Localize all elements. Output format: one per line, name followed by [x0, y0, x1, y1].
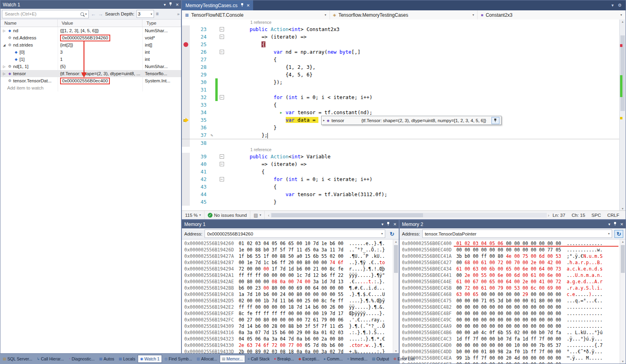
scroll-up-icon[interactable]: ▲	[620, 20, 626, 23]
memory1-hexdump[interactable]: 0x000002556B19426001 02 03 04 05 06 65 0…	[182, 239, 393, 353]
breakpoint-margin[interactable]	[182, 191, 190, 198]
window-menu-chevron-icon[interactable]: ▾	[164, 2, 166, 7]
collapse-icon[interactable]: –	[220, 35, 224, 39]
memory-row[interactable]: 0x000002556B0EC42700 68 00 61 00 72 00 7…	[402, 259, 620, 266]
watch-row[interactable]: ◆[1]1int	[0, 56, 181, 63]
memory-row[interactable]: 0x000002556B1943302e 63 74 6f 72 00 77 0…	[184, 342, 393, 348]
scroll-down-icon[interactable]: ▼	[620, 360, 626, 363]
expander-icon[interactable]: ▷	[2, 72, 6, 76]
spaces-indicator[interactable]: SPC	[591, 213, 601, 218]
editor-scrollbar[interactable]: ▲ ▼	[619, 19, 626, 211]
memory-row[interactable]: 0x000002556B19426D1e 00 88 b0 3f 5f 7f 1…	[184, 247, 393, 253]
formatting-control[interactable]: ▨ ▾	[250, 211, 265, 219]
bottom-tab-sql-server[interactable]: ▤SQL Server...	[1, 355, 34, 362]
bottom-tab-diagnostic[interactable]: ◔Diagnostic...	[66, 355, 96, 362]
back-arrow-icon[interactable]: ←	[91, 11, 96, 17]
collapse-icon[interactable]: –	[220, 162, 224, 166]
code-line[interactable]: 44 var tensor = tf.Variable(3112.0f);	[182, 191, 620, 198]
breakpoint-margin[interactable]	[182, 198, 190, 206]
search-input[interactable]	[4, 11, 79, 17]
bottom-tab-excepti[interactable]: ◆Excepti...	[296, 355, 322, 362]
refresh-icon[interactable]: ↻	[388, 230, 396, 238]
memory-row[interactable]: 0x000002556B0EC48200 00 00 00 00 00 00 0…	[402, 304, 620, 310]
bottom-tab-locals[interactable]: ▦Locals	[117, 355, 137, 362]
watch-row[interactable]: ▷◆nd{[[1, 2, 3], [4, 5, 6]]}NumShar...	[0, 27, 181, 34]
code-line[interactable]: 23– public Action<int> Constant2x3	[182, 25, 620, 33]
codelens-reference[interactable]: 1 reference	[182, 19, 620, 25]
scroll-right-icon[interactable]: ›	[548, 213, 550, 218]
horizontal-scrollbar[interactable]: ‹ ›	[268, 213, 549, 218]
breakpoint-margin[interactable]	[182, 93, 190, 101]
memory-row[interactable]: 0x000002556B0EC4DDb0 00 00 01 80 98 2a f…	[402, 348, 620, 355]
breakpoint-margin[interactable]	[182, 71, 190, 78]
search-depth-combo[interactable]: 3 ▾	[137, 10, 154, 18]
bottom-tab-allocat[interactable]: ▥Allocat...	[195, 355, 219, 362]
code-line[interactable]: 34 ▸ var tensor = tf.constant(nd);	[182, 109, 620, 116]
memory-row[interactable]: 0x000002556B19429472 00 00 00 1f 7d 1d b…	[184, 266, 393, 272]
breakpoint-margin[interactable]	[182, 48, 190, 56]
issues-indicator[interactable]: No issues found	[205, 211, 250, 219]
scrollbar-thumb[interactable]	[394, 245, 398, 273]
memory-row[interactable]: 0x000002556B0EC4B600 00 a0 4c 0f 6b 55 0…	[402, 329, 620, 336]
memory-row[interactable]: 0x000002556B19426001 02 03 04 05 06 65 0…	[184, 240, 393, 247]
breakpoint-icon[interactable]	[183, 42, 188, 47]
bottom-tab-call-hierar[interactable]: ↳Call Hierar...	[35, 355, 66, 362]
document-tab[interactable]: MemoryTestingCases.cs ×	[182, 0, 253, 10]
scroll-up-icon[interactable]: ▲	[620, 240, 626, 243]
column-header-value[interactable]: Value	[58, 19, 142, 27]
memory-row[interactable]: 0x000002556B0EC41A3b b0 00 ff 00 80 4e 0…	[402, 253, 620, 259]
memory-row[interactable]: 0x000002556B0EC46863 00 65 00 00 00 00 0…	[402, 291, 620, 298]
nav-combo-constant2x3[interactable]: ■Constant2x3▾	[478, 10, 626, 19]
code-line[interactable]: 33 {	[182, 101, 620, 109]
pin-icon[interactable]	[386, 222, 390, 227]
close-icon[interactable]: ×	[620, 222, 623, 227]
line-ending-indicator[interactable]: CRLF	[607, 213, 619, 218]
memory2-hexdump[interactable]: 0x000002556B0EC40001 02 03 04 05 06 00 0…	[400, 239, 620, 364]
code-line[interactable]: 43 {	[182, 183, 620, 191]
memory-row[interactable]: 0x000002556B0EC4D000 00 00 00 00 00 00 1…	[402, 342, 620, 348]
breakpoint-margin[interactable]	[182, 101, 190, 109]
memory-row[interactable]: 0x000002556B0EC44E61 00 67 00 65 00 64 0…	[402, 278, 620, 285]
search-dropdown-icon[interactable]: ▾	[85, 12, 87, 16]
code-line[interactable]: 45 }	[182, 198, 620, 206]
code-line[interactable]: 25 {	[182, 41, 620, 48]
bottom-tab-call-stack[interactable]: ≡Call Stack	[246, 355, 272, 362]
datatip[interactable]: ▸ ◆ tensor {tf.Tensor: shape=(2, 3), dty…	[321, 116, 501, 125]
column-header-name[interactable]: Name	[0, 19, 58, 27]
bottom-tab-memor[interactable]: ▤Memor...	[220, 355, 245, 363]
window-menu-chevron-icon[interactable]: ▾	[381, 222, 383, 226]
memory-row[interactable]: 0x000002556B1942D502 00 00 1b 7d 11 b6 0…	[184, 298, 393, 304]
pin-icon[interactable]	[613, 222, 617, 227]
nav-combo-tensorflownet-console[interactable]: ▦TensorFlowNET.Console▾	[182, 10, 330, 19]
pin-icon[interactable]	[240, 3, 244, 8]
memory-row[interactable]: 0x000002556B0EC48F00 00 00 00 00 00 00 0…	[402, 310, 620, 317]
memory-row[interactable]: 0x000002556B0EC4EA99 1b ff 7f 00 00 20 4…	[402, 355, 620, 361]
scroll-down-icon[interactable]: ▼	[393, 350, 399, 352]
zoom-control[interactable]: 115 % ▾	[182, 211, 205, 219]
memory-row[interactable]: 0x000002556B1942C81a 7d 10 b6 00 24 00 8…	[184, 291, 393, 298]
breakpoint-margin[interactable]	[182, 63, 190, 71]
memory-row[interactable]: 0x000002556B0EC4C31d ff 7f 00 00 b0 7d f…	[402, 336, 620, 342]
watch-row[interactable]: ⚙nd.Address0x000002556B194260void*	[0, 34, 181, 41]
expander-icon[interactable]: ▸	[323, 119, 325, 122]
bottom-tab-find-symb[interactable]: ◎Find Symb...	[162, 355, 194, 362]
scrollbar-thumb[interactable]	[271, 213, 423, 217]
breakpoint-margin[interactable]	[182, 56, 190, 63]
memory-row[interactable]: 0x000002556B1943097d 14 b6 00 28 00 88 b…	[184, 323, 393, 329]
memory-row[interactable]: 0x000002556B1942BBb6 00 23 00 80 00 00 6…	[184, 285, 393, 291]
close-icon[interactable]: ×	[247, 3, 250, 8]
memory2-scrollbar[interactable]: ▲ ▼	[620, 239, 626, 364]
chevron-down-icon[interactable]: ▾	[612, 3, 614, 8]
code-line[interactable]: 24– => (iterate) =>	[182, 33, 620, 41]
watch-row[interactable]: ▷⚙nd[1, 1]{5}NumShar...	[0, 63, 181, 70]
memory-row[interactable]: 0x000002556B1942AE00 80 00 00 08 0a 00 7…	[184, 278, 393, 285]
column-header-type[interactable]: Type	[142, 19, 181, 27]
code-line[interactable]: 30 });	[182, 78, 620, 86]
code-line[interactable]: 39– public Action<int> Variable	[182, 153, 620, 160]
expander-icon[interactable]: ◢	[2, 43, 6, 47]
scroll-down-icon[interactable]: ▼	[620, 207, 626, 210]
collapse-icon[interactable]: –	[220, 27, 224, 31]
bottom-tab-error-list[interactable]: ⊗Error List	[391, 355, 416, 362]
breakpoint-margin[interactable]	[182, 116, 190, 124]
breakpoint-margin[interactable]	[182, 131, 190, 139]
